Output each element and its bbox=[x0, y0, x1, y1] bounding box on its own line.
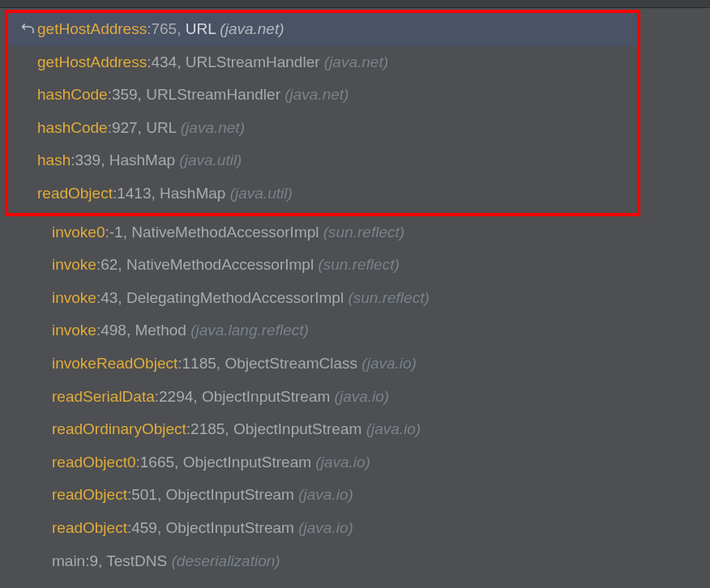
stack-frame[interactable]: readObject:1413, HashMap (java.util) bbox=[8, 177, 637, 211]
separator: , bbox=[138, 86, 147, 103]
package-name: (java.io) bbox=[298, 486, 353, 503]
class-name: URL bbox=[146, 119, 176, 136]
package-name: (java.net) bbox=[284, 86, 349, 103]
method-name: hashCode bbox=[37, 86, 108, 103]
frame-text: readObject:1413, HashMap (java.util) bbox=[37, 183, 293, 205]
line-number: 459 bbox=[131, 519, 157, 536]
separator: , bbox=[157, 519, 166, 536]
separator: , bbox=[98, 552, 106, 569]
separator: , bbox=[138, 119, 147, 136]
method-name: main bbox=[52, 552, 85, 569]
stacktrace-container: getHostAddress:765, URL (java.net)getHos… bbox=[0, 10, 710, 577]
top-bar bbox=[0, 0, 710, 8]
package-name: (java.net) bbox=[220, 20, 284, 37]
line-number: 1413 bbox=[117, 185, 151, 202]
separator: , bbox=[101, 151, 109, 168]
stack-frame[interactable]: invoke:43, DelegatingMethodAccessorImpl … bbox=[0, 282, 710, 315]
stack-frame[interactable]: hashCode:927, URL (java.net) bbox=[8, 112, 637, 145]
separator: , bbox=[225, 420, 233, 437]
frame-text: main:9, TestDNS (deserialization) bbox=[52, 551, 280, 573]
stack-frame[interactable]: readSerialData:2294, ObjectInputStream (… bbox=[0, 381, 710, 414]
stack-frame[interactable]: getHostAddress:434, URLStreamHandler (ja… bbox=[8, 46, 637, 79]
stack-frame[interactable]: invoke:62, NativeMethodAccessorImpl (sun… bbox=[0, 249, 710, 282]
frame-text: invoke0:-1, NativeMethodAccessorImpl (su… bbox=[52, 222, 404, 244]
class-name: NativeMethodAccessorImpl bbox=[126, 256, 314, 273]
separator: , bbox=[123, 224, 132, 241]
line-number: -1 bbox=[109, 224, 123, 241]
stack-frame[interactable]: getHostAddress:765, URL (java.net) bbox=[8, 13, 637, 46]
stack-frame[interactable]: readOrdinaryObject:2185, ObjectInputStre… bbox=[0, 413, 710, 446]
line-number: 498 bbox=[101, 322, 126, 339]
package-name: (java.io) bbox=[335, 388, 390, 405]
frame-text: getHostAddress:765, URL (java.net) bbox=[37, 19, 284, 40]
stack-frame[interactable]: invoke:498, Method (java.lang.reflect) bbox=[0, 314, 710, 347]
frame-text: readSerialData:2294, ObjectInputStream (… bbox=[52, 386, 389, 408]
line-number: 359 bbox=[112, 86, 138, 103]
method-name: hash bbox=[37, 151, 71, 168]
separator: , bbox=[118, 256, 126, 273]
frame-text: invokeReadObject:1185, ObjectStreamClass… bbox=[52, 353, 417, 375]
method-name: getHostAddress bbox=[37, 20, 147, 37]
class-name: ObjectInputStream bbox=[166, 519, 294, 536]
stack-frame[interactable]: invokeReadObject:1185, ObjectStreamClass… bbox=[0, 347, 710, 381]
line-number: 927 bbox=[112, 119, 138, 136]
separator: , bbox=[152, 185, 160, 202]
package-name: (java.net) bbox=[324, 53, 388, 70]
frame-text: invoke:498, Method (java.lang.reflect) bbox=[52, 320, 309, 342]
package-name: (java.io) bbox=[298, 519, 353, 536]
class-name: ObjectInputStream bbox=[233, 420, 361, 437]
separator: , bbox=[193, 388, 202, 405]
method-name: readObject0 bbox=[52, 454, 136, 471]
package-name: (java.io) bbox=[361, 355, 417, 372]
method-name: readObject bbox=[52, 519, 127, 536]
method-name: invoke bbox=[52, 289, 96, 306]
highlighted-frames-box: getHostAddress:765, URL (java.net)getHos… bbox=[5, 10, 640, 216]
method-name: invoke bbox=[52, 256, 96, 273]
class-name: TestDNS bbox=[106, 552, 167, 569]
stack-frame[interactable]: hash:339, HashMap (java.util) bbox=[8, 144, 637, 177]
frame-text: readOrdinaryObject:2185, ObjectInputStre… bbox=[52, 419, 421, 441]
package-name: (sun.reflect) bbox=[318, 256, 399, 273]
stack-frame[interactable]: readObject:501, ObjectInputStream (java.… bbox=[0, 479, 710, 512]
class-name: URL bbox=[186, 20, 216, 37]
method-name: invoke bbox=[52, 322, 96, 339]
stack-frame[interactable]: readObject0:1665, ObjectInputStream (jav… bbox=[0, 446, 710, 479]
undo-icon bbox=[21, 22, 36, 36]
package-name: (sun.reflect) bbox=[323, 224, 404, 241]
frame-icon-cell bbox=[19, 22, 37, 36]
method-name: getHostAddress bbox=[37, 53, 147, 70]
frame-text: hashCode:359, URLStreamHandler (java.net… bbox=[37, 84, 349, 106]
line-number: 2185 bbox=[190, 420, 225, 437]
stack-frame[interactable]: main:9, TestDNS (deserialization) bbox=[0, 545, 710, 578]
stack-frame[interactable]: invoke0:-1, NativeMethodAccessorImpl (su… bbox=[0, 216, 710, 249]
class-name: URLStreamHandler bbox=[146, 86, 280, 103]
frame-text: invoke:62, NativeMethodAccessorImpl (sun… bbox=[52, 254, 400, 276]
package-name: (deserialization) bbox=[172, 552, 280, 569]
method-name: invoke0 bbox=[52, 224, 105, 241]
separator: , bbox=[177, 53, 186, 70]
class-name: ObjectInputStream bbox=[166, 486, 294, 503]
package-name: (java.util) bbox=[230, 185, 293, 202]
stack-frame[interactable]: readObject:459, ObjectInputStream (java.… bbox=[0, 512, 710, 545]
frame-text: hashCode:927, URL (java.net) bbox=[37, 117, 245, 139]
class-name: HashMap bbox=[109, 151, 175, 168]
line-number: 434 bbox=[151, 53, 177, 70]
separator: , bbox=[177, 20, 186, 37]
class-name: ObjectInputStream bbox=[202, 388, 330, 405]
line-number: 1185 bbox=[182, 355, 216, 372]
frame-text: getHostAddress:434, URLStreamHandler (ja… bbox=[37, 52, 388, 74]
frame-text: readObject:459, ObjectInputStream (java.… bbox=[52, 518, 353, 539]
package-name: (java.lang.reflect) bbox=[190, 322, 309, 339]
package-name: (java.io) bbox=[315, 454, 370, 471]
method-name: invokeReadObject bbox=[52, 355, 178, 372]
class-name: Method bbox=[135, 322, 186, 339]
method-name: readObject bbox=[52, 486, 127, 503]
separator: , bbox=[174, 454, 183, 471]
line-number: 43 bbox=[101, 289, 118, 306]
other-frames: invoke0:-1, NativeMethodAccessorImpl (su… bbox=[0, 216, 710, 578]
method-name: readSerialData bbox=[52, 388, 155, 405]
class-name: ObjectStreamClass bbox=[225, 355, 357, 372]
method-name: readObject bbox=[37, 185, 113, 202]
package-name: (java.util) bbox=[179, 151, 242, 168]
stack-frame[interactable]: hashCode:359, URLStreamHandler (java.net… bbox=[8, 79, 637, 112]
